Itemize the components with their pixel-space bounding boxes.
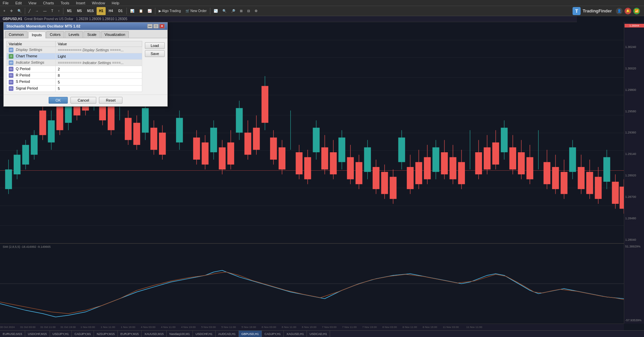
indicators-list-btn[interactable]: 📉 [212,7,220,15]
arrow-btn[interactable]: ↑ [56,7,62,15]
menu-insert[interactable]: Insert [74,1,87,5]
svg-rect-96 [125,118,131,140]
signal-period-icon: 01 [9,86,13,91]
sym-tab-xagusd[interactable]: XAGUSD,H1 [284,331,307,337]
line-tool-btn[interactable]: ╱ [26,7,33,15]
tab-common[interactable]: Common [5,31,28,38]
menu-file[interactable]: File [1,1,10,5]
row-r-period[interactable]: 01 R Period 8 [7,72,142,79]
sym-tab-xauusd[interactable]: XAUUSD,M15 [142,331,167,337]
hline-btn[interactable]: — [41,7,49,15]
indicator-btn[interactable]: 📈 [146,7,154,15]
cell-s-value[interactable]: 5 [56,79,142,85]
tf-h4[interactable]: H4 [106,7,115,15]
user-icon[interactable]: 👤 [616,8,623,14]
toolbar: + ✛ 🔍 ╱ → — T ↑ M1 M5 M15 H1 H4 D1 📊 📋 📈… [0,6,644,16]
dialog-close-btn[interactable]: ✕ [159,24,165,29]
sep2 [63,8,63,14]
scroll-left-btn[interactable]: ⊞ [238,7,245,15]
tab-visualization[interactable]: Visualization [101,31,129,38]
zoom-out-btn[interactable]: 🔎 [229,7,237,15]
tf-logo-text: TradingFinder [583,8,612,13]
sym-tab-usdjpy[interactable]: USDJPY,H1 [50,331,72,337]
tab-inputs[interactable]: Inputs [28,32,46,38]
sep4 [155,8,155,14]
time-label-16: 7 Nov 03:00 [322,326,336,329]
svg-rect-106 [262,86,268,123]
tab-levels[interactable]: Levels [65,31,83,38]
indicator-label: Indicator Settings [16,60,44,64]
reset-btn[interactable]: Reset [99,97,123,104]
dialog-maximize-btn[interactable]: □ [153,24,159,29]
tf-m5[interactable]: M5 [75,7,84,15]
row-signal-period[interactable]: 01 Signal Period 5 [7,85,142,92]
menu-tools[interactable]: Tools [59,1,71,5]
new-order-btn[interactable]: 🛒 New Order [183,7,209,15]
tf-m1[interactable]: M1 [65,7,74,15]
svg-rect-121 [441,152,448,174]
sym-tab-audcad[interactable]: AUDCAD,H1 [216,331,239,337]
menu-help[interactable]: Help [110,1,121,5]
tab-scale[interactable]: Scale [84,31,100,38]
price-level: 1.29580 [625,110,643,113]
sym-tab-eurusd[interactable]: EURUSD,M15 [0,331,25,337]
price-level: 1.29360 [625,131,643,134]
display-icon: ab [9,48,13,52]
q-period-icon: 01 [9,67,13,71]
row-s-period[interactable]: 01 S Period 5 [7,79,142,85]
cell-r-value[interactable]: 8 [56,72,142,79]
save-btn[interactable]: Save [145,50,165,57]
load-btn[interactable]: Load [145,42,165,49]
menu-edit[interactable]: Edit [14,1,23,5]
tf-d1[interactable]: D1 [116,7,125,15]
sym-tab-usdchf[interactable]: USDCHF,M15 [25,331,50,337]
tf-h1[interactable]: H1 [97,7,106,15]
sym-tab-eurjpy[interactable]: EURJPY,M15 [118,331,142,337]
time-label-23: 11 Nov 11:00 [466,326,482,329]
row-chart-theme[interactable]: ⊙ Chart Theme Light [7,53,142,60]
sym-tab-cadjpy[interactable]: CADJPY,M1 [72,331,94,337]
zoom-in-btn[interactable]: 🔍 [15,7,23,15]
sym-tab-gbpusd[interactable]: GBPUSD,H1 [239,331,262,337]
row-q-period[interactable]: 01 Q Period 2 [7,66,142,72]
chart-type-btn[interactable]: 📊 [128,7,136,15]
text-btn[interactable]: T [49,7,55,15]
cancel-btn[interactable]: Cancel [70,97,96,104]
row-display-settings[interactable]: ab Display Settings =========== Display … [7,47,142,53]
ray-btn[interactable]: → [33,7,41,15]
signal-icon[interactable]: 📶 [633,8,640,14]
sym-tab-nzdjpy[interactable]: NZDJPY,M15 [94,331,118,337]
sym-tab-cadjpyh1[interactable]: CADJPY,H1 [262,331,284,337]
cell-q-value[interactable]: 2 [56,66,142,72]
sym-tab-usdchfh1[interactable]: USDCHF,H1 [193,331,216,337]
time-label-20: 8 Nov 11:00 [402,326,417,329]
svg-rect-102 [219,147,225,169]
smi-panel: SMI (2,8,5,5) -18.416992 -9.149665 [0,243,624,324]
algo-trading-btn[interactable]: ▶ Algo Trading [157,7,183,15]
scroll-right-btn[interactable]: ⊟ [245,7,252,15]
menu-view[interactable]: View [27,1,38,5]
r-period-icon: 01 [9,73,13,78]
sym-tab-nasdaq[interactable]: Nasdaq100,M1 [167,331,193,337]
display-label: Display Settings [16,48,42,52]
cell-signal-value[interactable]: 5 [56,85,142,92]
template-btn[interactable]: 📋 [137,7,145,15]
dialog-minimize-btn[interactable]: — [147,24,153,29]
row-indicator-settings[interactable]: ab Indicator Settings =========== Indica… [7,60,142,66]
new-chart-btn[interactable]: + [1,7,7,15]
svg-rect-130 [543,162,550,184]
time-label-10: 5 Nov 03:00 [201,326,216,329]
price-level: 1.28480 [625,217,643,220]
tab-colors[interactable]: Colors [46,31,64,38]
menu-window[interactable]: Window [91,1,106,5]
crosshair-btn[interactable]: ✛ [8,7,15,15]
r-label: R Period [16,73,30,77]
tf-m15[interactable]: M15 [85,7,96,15]
zoom-chart-btn[interactable]: 🔍 [220,7,228,15]
notification-icon[interactable]: 🔔 [625,8,631,14]
sym-tab-usdcad[interactable]: USDCAD,H1 [307,331,330,337]
svg-rect-39 [432,147,439,172]
menu-charts[interactable]: Charts [42,1,55,5]
properties-btn[interactable]: ⚙ [253,7,260,15]
ok-btn[interactable]: OK [49,97,68,104]
